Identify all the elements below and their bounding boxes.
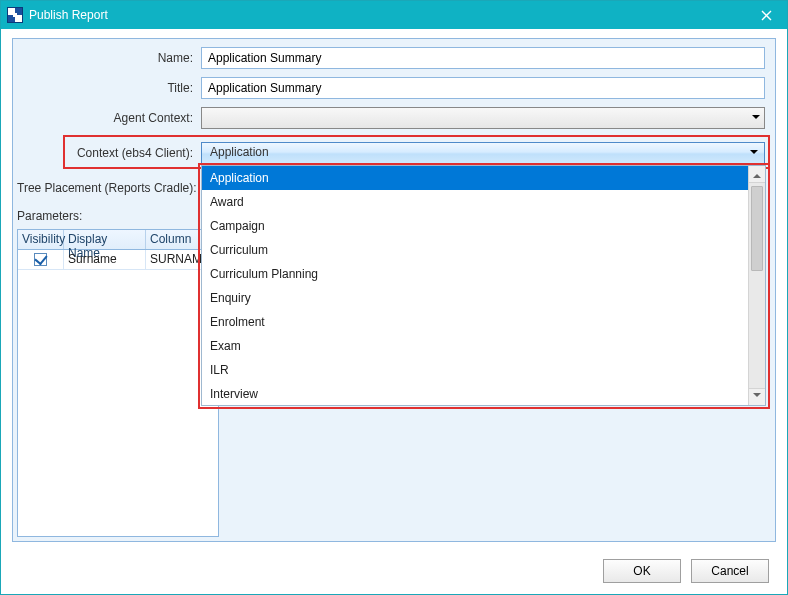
name-label: Name: — [13, 51, 201, 65]
dropdown-item[interactable]: Exam — [202, 334, 765, 358]
scroll-thumb[interactable] — [751, 186, 763, 271]
dialog-footer: OK Cancel — [1, 548, 787, 594]
scroll-down-button[interactable] — [749, 388, 765, 405]
agent-context-combo[interactable] — [201, 107, 765, 129]
client-area: Name: Title: Agent Context: Context (ebs… — [1, 29, 787, 594]
app-icon — [7, 7, 23, 23]
grid-header-row: Visibility Display Name Column — [18, 230, 218, 250]
context-client-dropdown[interactable]: Application Award Campaign Curriculum Cu… — [201, 165, 766, 406]
cancel-button[interactable]: Cancel — [691, 559, 769, 583]
dropdown-item[interactable]: Enquiry — [202, 286, 765, 310]
dropdown-item[interactable]: Application — [202, 166, 765, 190]
dropdown-item[interactable]: Award — [202, 190, 765, 214]
context-client-label: Context (ebs4 Client): — [13, 146, 201, 160]
dropdown-item[interactable]: ILR — [202, 358, 765, 382]
name-input[interactable] — [201, 47, 765, 69]
title-label: Title: — [13, 81, 201, 95]
close-button[interactable] — [745, 1, 787, 29]
title-input[interactable] — [201, 77, 765, 99]
dropdown-item[interactable]: Enrolment — [202, 310, 765, 334]
dropdown-item[interactable]: Campaign — [202, 214, 765, 238]
chevron-down-icon — [750, 148, 758, 158]
grid-cell-display-name[interactable]: Surname — [64, 250, 146, 269]
context-client-combo[interactable]: Application — [201, 142, 765, 164]
scroll-up-button[interactable] — [749, 166, 765, 183]
agent-context-label: Agent Context: — [13, 111, 201, 125]
dropdown-item[interactable]: Curriculum Planning — [202, 262, 765, 286]
grid-row[interactable]: Surname SURNAME — [18, 250, 218, 270]
visibility-checkbox[interactable] — [34, 253, 47, 266]
parameters-label: Parameters: — [17, 209, 82, 223]
context-client-value: Application — [210, 145, 269, 159]
col-header-visibility[interactable]: Visibility — [18, 230, 64, 249]
titlebar: Publish Report — [1, 1, 787, 29]
parameters-grid: Visibility Display Name Column Surname S… — [17, 229, 219, 537]
form-panel: Name: Title: Agent Context: Context (ebs… — [12, 38, 776, 542]
grid-cell-visibility[interactable] — [18, 250, 64, 269]
dropdown-item[interactable]: Interview — [202, 382, 765, 406]
ok-button[interactable]: OK — [603, 559, 681, 583]
chevron-down-icon — [752, 113, 760, 123]
close-icon — [761, 10, 772, 21]
col-header-display-name[interactable]: Display Name — [64, 230, 146, 249]
tree-placement-label: Tree Placement (Reports Cradle): — [17, 181, 197, 195]
dropdown-item[interactable]: Curriculum — [202, 238, 765, 262]
window-title: Publish Report — [29, 8, 108, 22]
dropdown-scrollbar[interactable] — [748, 166, 765, 405]
